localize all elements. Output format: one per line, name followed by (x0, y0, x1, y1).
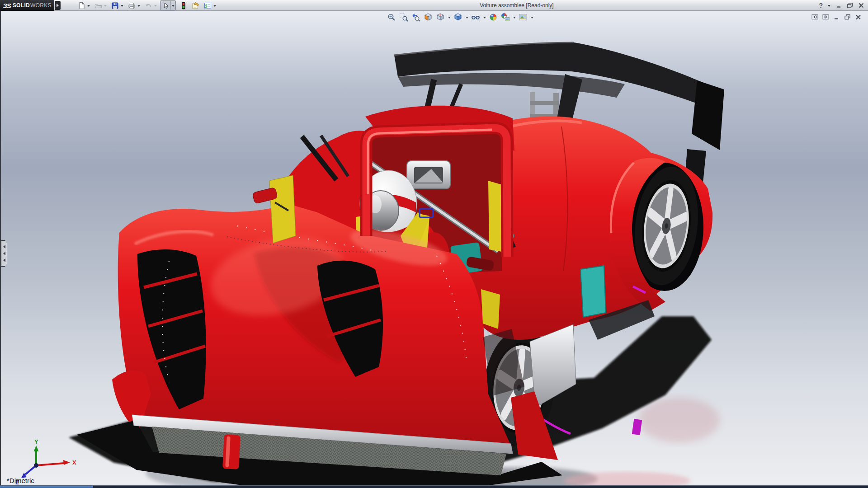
print-dropdown[interactable] (137, 1, 141, 10)
solidworks-logo-light: WORKS (30, 2, 52, 9)
options-dropdown[interactable] (212, 1, 217, 10)
hide-show-items-dropdown[interactable] (482, 12, 486, 22)
display-style-icon (453, 13, 462, 22)
select-dropdown[interactable] (170, 1, 175, 10)
previous-view-button[interactable] (410, 12, 421, 22)
hide-show-items-button[interactable] (470, 12, 481, 22)
split-pane-left-button[interactable] (811, 13, 818, 20)
apply-scene-button[interactable] (500, 12, 511, 22)
side-window-teal (580, 266, 606, 317)
titlebar: ЗS SOLID WORKS (0, 0, 868, 11)
new-document-button[interactable] (76, 1, 86, 10)
display-style-dropdown[interactable] (465, 12, 469, 22)
apply-scene-dropdown[interactable] (512, 12, 516, 22)
help-dropdown[interactable] (828, 5, 830, 8)
triad-y-label: Y (34, 438, 38, 445)
save-icon (111, 2, 119, 9)
document-window-controls (811, 13, 862, 20)
view-settings-button[interactable] (518, 12, 528, 22)
headsup-view-toolbar (386, 12, 534, 22)
open-button[interactable] (93, 1, 103, 10)
collapse-arrow-icon (1, 245, 5, 249)
rebuild-button[interactable] (178, 1, 188, 10)
close-document-icon (855, 14, 862, 20)
undo-dropdown[interactable] (153, 1, 158, 10)
minimize-document-button[interactable] (833, 13, 840, 20)
print-icon (128, 2, 136, 9)
solidworks-logo-bold: SOLID (13, 2, 30, 9)
options-button[interactable] (203, 1, 212, 10)
yellow-panel-left (269, 175, 296, 243)
viewport-canvas[interactable]: Y X Z (1, 11, 868, 488)
help-button[interactable]: ? (819, 1, 823, 10)
restore-button[interactable] (847, 2, 853, 9)
new-document-dropdown[interactable] (86, 1, 91, 10)
zoom-to-fit-button[interactable] (386, 12, 397, 22)
open-dropdown[interactable] (103, 1, 108, 10)
split-pane-right-icon (822, 14, 829, 20)
view-orientation-icon (436, 13, 445, 22)
graphics-viewport[interactable]: Y X Z (0, 11, 868, 488)
intake-box (407, 161, 450, 189)
solidworks-logo: ЗS SOLID WORKS (0, 0, 54, 11)
select-cursor-icon (162, 2, 170, 9)
new-document-icon (78, 2, 85, 9)
minimize-document-icon (833, 14, 840, 20)
window-controls: ? (819, 1, 864, 10)
flyout-arrow-icon (57, 4, 61, 7)
apply-scene-icon (501, 13, 510, 22)
view-orientation-dropdown[interactable] (447, 12, 451, 22)
close-document-button[interactable] (854, 13, 862, 20)
triad-x-label: X (72, 459, 76, 466)
menu-flyout-arrow[interactable] (55, 1, 61, 10)
feature-manager-collapsed-tab[interactable] (1, 240, 7, 267)
close-button[interactable] (858, 2, 864, 9)
file-properties-icon (192, 2, 199, 9)
zoom-to-area-button[interactable] (398, 12, 409, 22)
rebuild-traffic-light-icon (179, 2, 187, 9)
main-toolbar (76, 0, 219, 10)
split-pane-left-icon (811, 14, 818, 20)
view-orientation-button[interactable] (435, 12, 446, 22)
undo-button[interactable] (143, 1, 153, 10)
options-icon (204, 2, 212, 9)
edit-appearance-button[interactable] (488, 12, 499, 22)
zoom-to-area-icon (399, 13, 408, 22)
solidworks-logo-mark: ЗS (3, 2, 11, 9)
display-style-button[interactable] (453, 12, 463, 22)
restore-document-button[interactable] (844, 13, 851, 20)
collapse-arrow-icon (1, 252, 5, 255)
split-pane-right-button[interactable] (822, 13, 829, 20)
collapse-arrow-icon (1, 258, 5, 262)
minimize-button[interactable] (835, 2, 842, 9)
open-folder-icon (94, 2, 102, 9)
section-view-button[interactable] (423, 12, 434, 22)
taskbar-sliver (0, 485, 868, 488)
view-settings-dropdown[interactable] (530, 12, 534, 22)
hide-show-items-icon (471, 13, 480, 22)
view-orientation-label: *Dimetric (7, 477, 34, 484)
undo-icon (145, 2, 152, 9)
edit-appearance-icon (489, 13, 498, 22)
previous-view-icon (411, 13, 420, 22)
file-properties-button[interactable] (190, 1, 200, 10)
save-dropdown[interactable] (120, 1, 124, 10)
select-button[interactable] (160, 1, 170, 10)
save-button[interactable] (110, 1, 120, 10)
zoom-to-fit-icon (387, 13, 396, 22)
section-view-icon (424, 13, 433, 22)
restore-document-icon (844, 14, 851, 20)
window-title: Voiture assomblee [Read-only] (480, 2, 553, 9)
print-button[interactable] (127, 1, 137, 10)
view-settings-icon (519, 13, 528, 22)
